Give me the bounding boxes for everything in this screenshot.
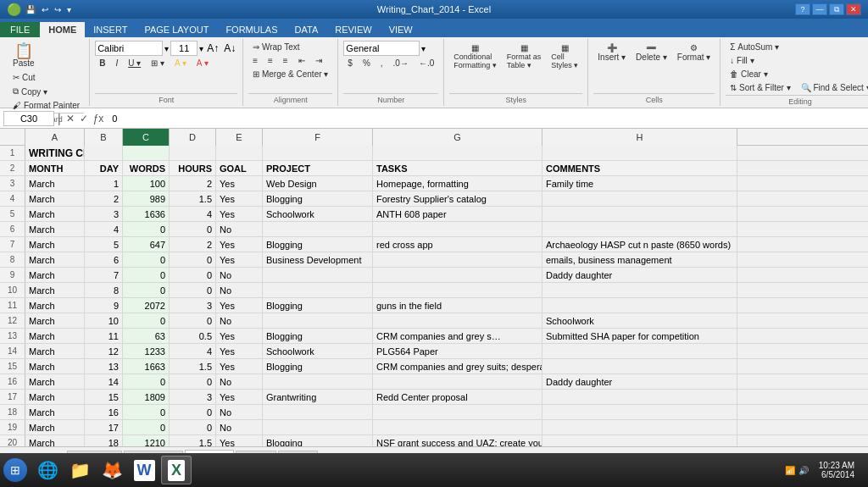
font-name-input[interactable] (95, 41, 163, 56)
increase-indent-btn[interactable]: ⇥ (311, 54, 326, 67)
cell-g9[interactable] (373, 268, 542, 282)
cell-c17[interactable]: 1809 (123, 390, 170, 404)
tab-view[interactable]: VIEW (381, 22, 421, 37)
cell-d10[interactable]: 0 (170, 283, 216, 297)
currency-btn[interactable]: $ (343, 57, 357, 69)
cell-e7[interactable]: Yes (216, 237, 263, 252)
cell-b7[interactable]: 5 (85, 237, 123, 252)
tab-page-layout[interactable]: PAGE LAYOUT (136, 22, 217, 37)
cell-f7[interactable]: Blogging (263, 237, 373, 252)
cut-button[interactable]: ✂ Cut (8, 71, 40, 84)
delete-cells-btn[interactable]: ➖ Delete ▾ (632, 41, 671, 64)
paste-button[interactable]: 📋 Paste (8, 41, 39, 70)
cell-d9[interactable]: 0 (170, 268, 216, 282)
cell-d6[interactable]: 0 (170, 222, 216, 236)
cell-h6[interactable] (542, 222, 737, 236)
cell-a10[interactable]: March (25, 283, 85, 297)
cell-b20[interactable]: 18 (85, 435, 123, 446)
col-header-e[interactable]: E (216, 129, 263, 146)
cell-b11[interactable]: 9 (85, 298, 123, 313)
cell-c1[interactable] (123, 146, 170, 160)
cell-c18[interactable]: 0 (123, 405, 170, 419)
number-format-input[interactable] (343, 41, 420, 56)
cell-b2[interactable]: DAY (85, 161, 123, 175)
cell-h17[interactable] (542, 390, 737, 404)
cell-g18[interactable] (373, 405, 542, 419)
cell-f16[interactable] (263, 374, 373, 389)
cell-f9[interactable] (263, 268, 373, 282)
col-header-a[interactable]: A (25, 129, 85, 146)
help-btn[interactable]: ? (795, 3, 810, 15)
cell-c11[interactable]: 2072 (123, 298, 170, 313)
cell-a7[interactable]: March (25, 237, 85, 252)
cell-g7[interactable]: red cross app (373, 237, 542, 252)
cell-d19[interactable]: 0 (170, 420, 216, 434)
cell-h14[interactable] (542, 344, 737, 358)
cell-h18[interactable] (542, 405, 737, 419)
cell-a11[interactable]: March (25, 298, 85, 313)
word-btn[interactable]: W (129, 456, 159, 484)
cell-h19[interactable] (542, 420, 737, 434)
redo-qa-btn[interactable]: ↪ (53, 5, 63, 14)
cell-f17[interactable]: Grantwriting (263, 390, 373, 404)
cancel-formula-icon[interactable]: ✕ (64, 113, 76, 125)
tab-formulas[interactable]: FORMULAS (217, 22, 286, 37)
cell-a15[interactable]: March (25, 359, 85, 374)
col-header-g[interactable]: G (373, 129, 542, 146)
cell-d11[interactable]: 3 (170, 298, 216, 313)
cell-b6[interactable]: 4 (85, 222, 123, 236)
cell-f5[interactable]: Schoolwork (263, 207, 373, 221)
cell-f19[interactable] (263, 420, 373, 434)
cell-a8[interactable]: March (25, 252, 85, 267)
cell-d16[interactable]: 0 (170, 374, 216, 389)
autosum-btn[interactable]: Σ AutoSum ▾ (726, 41, 783, 53)
cell-h10[interactable] (542, 283, 737, 297)
start-button[interactable]: ⊞ (3, 458, 27, 482)
cell-e19[interactable]: No (216, 420, 263, 434)
cell-e5[interactable]: Yes (216, 207, 263, 221)
cell-g20[interactable]: NSF grant success and UAZ; create your o… (373, 435, 542, 446)
explorer-btn[interactable]: 📁 (64, 456, 95, 484)
cell-d15[interactable]: 1.5 (170, 359, 216, 374)
cell-f10[interactable] (263, 283, 373, 297)
ie-btn[interactable]: 🌐 (32, 456, 63, 484)
insert-cells-btn[interactable]: ➕ Insert ▾ (593, 41, 630, 64)
cell-b12[interactable]: 10 (85, 313, 123, 328)
cell-d17[interactable]: 3 (170, 390, 216, 404)
cell-h7[interactable]: Archaeology HASP cut n paste (8650 words… (542, 237, 737, 252)
cell-a13[interactable]: March (25, 329, 85, 343)
undo-qa-btn[interactable]: ↩ (40, 5, 50, 14)
confirm-formula-icon[interactable]: ✓ (78, 113, 90, 125)
cell-g15[interactable]: CRM companies and grey suits; desperate … (373, 359, 542, 374)
cell-b8[interactable]: 6 (85, 252, 123, 267)
cell-a4[interactable]: March (25, 191, 85, 206)
cell-c9[interactable]: 0 (123, 268, 170, 282)
cell-c15[interactable]: 1663 (123, 359, 170, 374)
cell-b4[interactable]: 2 (85, 191, 123, 206)
cell-b15[interactable]: 13 (85, 359, 123, 374)
cell-d7[interactable]: 2 (170, 237, 216, 252)
cell-f4[interactable]: Blogging (263, 191, 373, 206)
cell-d18[interactable]: 0 (170, 405, 216, 419)
cell-d13[interactable]: 0.5 (170, 329, 216, 343)
cell-a2[interactable]: MONTH (25, 161, 85, 175)
minimize-btn[interactable]: — (812, 3, 827, 15)
cell-b1[interactable] (85, 146, 123, 160)
cell-h1[interactable] (542, 146, 737, 160)
cell-h11[interactable] (542, 298, 737, 313)
cell-d2[interactable]: HOURS (170, 161, 216, 175)
cell-e3[interactable]: Yes (216, 176, 263, 191)
cell-b14[interactable]: 12 (85, 344, 123, 358)
cell-e17[interactable]: Yes (216, 390, 263, 404)
cell-b5[interactable]: 3 (85, 207, 123, 221)
font-name-dropdown[interactable]: ▾ (164, 44, 169, 53)
col-header-d[interactable]: D (170, 129, 216, 146)
cell-c12[interactable]: 0 (123, 313, 170, 328)
align-right-btn[interactable]: ≡ (279, 54, 292, 67)
cell-f3[interactable]: Web Design (263, 176, 373, 191)
cell-f6[interactable] (263, 222, 373, 236)
cell-f2[interactable]: PROJECT (263, 161, 373, 175)
clear-btn[interactable]: 🗑 Clear ▾ (726, 68, 771, 80)
increase-decimal-btn[interactable]: .0→ (389, 57, 413, 69)
cell-a19[interactable]: March (25, 420, 85, 434)
